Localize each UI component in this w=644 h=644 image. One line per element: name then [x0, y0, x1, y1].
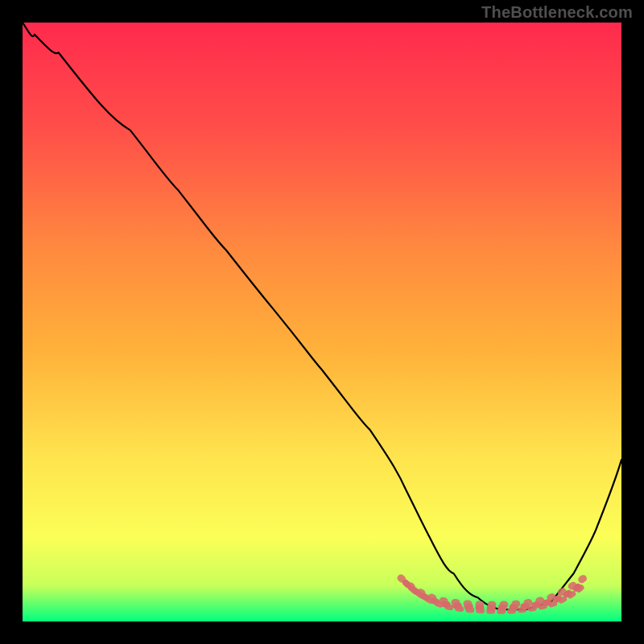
chart-plot	[23, 23, 621, 621]
watermark-text: TheBottleneck.com	[481, 3, 633, 22]
chart-stage: TheBottleneck.com	[0, 0, 644, 644]
chart-svg	[23, 23, 621, 621]
gradient-background	[23, 23, 621, 621]
